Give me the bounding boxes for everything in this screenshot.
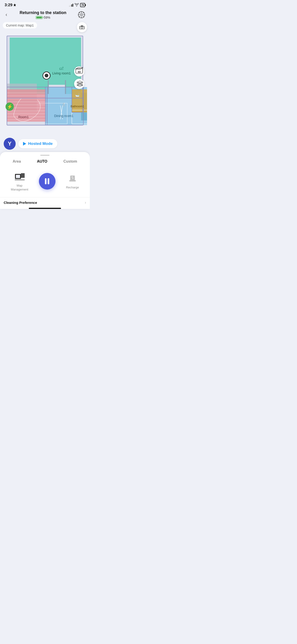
back-button[interactable]: ‹	[4, 11, 9, 19]
svg-text:Living room1: Living room1	[52, 72, 71, 75]
gear-icon	[78, 11, 85, 18]
location-icon	[13, 4, 16, 7]
chevron-right-icon: ›	[85, 200, 86, 205]
avatar: Y	[4, 138, 16, 150]
svg-line-7	[83, 16, 84, 17]
map-svg: ⚡ 🛋 🍴 🛁 Living room1 Room1 Dining room1 …	[3, 34, 87, 133]
signal-icon	[69, 4, 73, 7]
recharge-label: Recharge	[66, 186, 79, 190]
time-display: 3:29	[4, 3, 12, 7]
hosted-mode-pill[interactable]: Hosted Mode	[18, 139, 57, 148]
current-map-label: Current map: Map1	[3, 22, 37, 28]
svg-point-42	[45, 74, 48, 78]
camera-button[interactable]	[77, 22, 87, 32]
home-indicator	[29, 208, 61, 209]
svg-point-11	[81, 27, 83, 29]
status-time: 3:29	[4, 3, 16, 7]
svg-rect-62	[16, 175, 20, 178]
pause-button[interactable]	[39, 173, 56, 190]
battery-level: 78	[81, 4, 84, 6]
tab-auto[interactable]: AUTO	[37, 160, 47, 164]
tab-area[interactable]: Area	[13, 160, 21, 164]
status-right-icons: 78	[69, 3, 85, 7]
wifi-icon	[74, 3, 79, 7]
avatar-letter: Y	[8, 140, 12, 147]
svg-text:🛁: 🛁	[75, 93, 80, 97]
header: ‹ Returning to the station 59%	[0, 9, 90, 21]
panel-tabs: Area AUTO Custom	[0, 160, 90, 167]
drag-handle[interactable]	[40, 155, 50, 156]
svg-line-6	[79, 12, 80, 13]
floor-map[interactable]: ⚡ 🛋 🍴 🛁 Living room1 Room1 Dining room1 …	[3, 34, 87, 133]
svg-text:3D: 3D	[78, 70, 81, 73]
settings-button[interactable]	[77, 10, 86, 19]
cleaning-preference-row[interactable]: Cleaning Preference ›	[0, 197, 90, 207]
svg-text:Bathroom1: Bathroom1	[71, 105, 84, 108]
svg-line-9	[79, 16, 80, 17]
svg-marker-63	[21, 173, 25, 178]
map-management-button[interactable]: MapManagement	[11, 171, 28, 192]
robot-battery-percent: 59%	[44, 16, 50, 19]
tab-custom[interactable]: Custom	[63, 160, 77, 164]
map-management-icon	[14, 171, 25, 182]
map-management-label: MapManagement	[11, 184, 28, 192]
panel-actions: MapManagement Recharge	[0, 167, 90, 197]
robot-battery-icon	[36, 16, 42, 19]
svg-rect-29	[72, 89, 87, 112]
svg-point-1	[80, 14, 82, 16]
map-controls-row: Current map: Map1	[0, 21, 90, 33]
hosted-mode-row: Y Hosted Mode	[0, 134, 90, 152]
play-icon	[23, 142, 26, 146]
svg-text:⚡: ⚡	[7, 104, 13, 110]
recharge-button[interactable]: Recharge	[66, 173, 79, 190]
svg-text:Room1: Room1	[18, 115, 28, 119]
page-title: Returning to the station	[20, 10, 66, 15]
bottom-panel: Area AUTO Custom MapManagement	[0, 152, 90, 209]
map-side-controls	[77, 22, 87, 32]
status-bar: 3:29 78	[0, 0, 90, 9]
svg-text:🛋: 🛋	[60, 66, 64, 71]
battery-indicator: 78	[80, 3, 85, 7]
cleaning-preference-label: Cleaning Preference	[4, 200, 37, 204]
header-center: Returning to the station 59%	[20, 10, 66, 19]
pause-icon	[45, 178, 49, 184]
svg-line-8	[83, 12, 84, 13]
svg-text:Dining room1: Dining room1	[54, 114, 73, 118]
recharge-icon	[67, 173, 78, 184]
hosted-mode-label: Hosted Mode	[28, 142, 53, 146]
header-subtitle: 59%	[20, 16, 66, 19]
